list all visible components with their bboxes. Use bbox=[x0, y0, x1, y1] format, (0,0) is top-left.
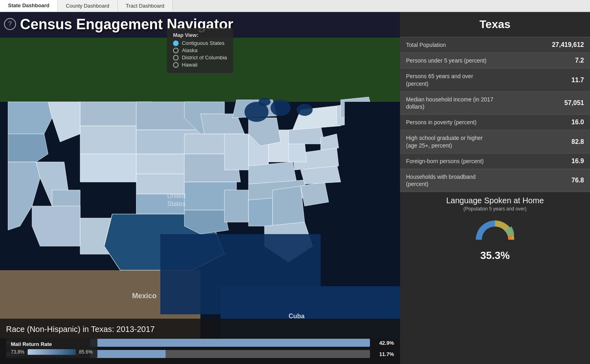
svg-marker-38 bbox=[301, 182, 329, 206]
donut-center-pct: 35.3% bbox=[480, 249, 510, 262]
svg-marker-12 bbox=[32, 206, 80, 246]
stat-value-broadband: 76.8 bbox=[572, 177, 584, 184]
stat-value-population: 27,419,612 bbox=[552, 41, 584, 49]
legend-bar-row: 73.8% 85.6% bbox=[11, 349, 93, 355]
tab-state-dashboard[interactable]: State Dashboard bbox=[0, 0, 58, 12]
svg-rect-51 bbox=[345, 102, 400, 262]
stat-value-poverty: 16.0 bbox=[572, 119, 584, 126]
svg-marker-13 bbox=[80, 154, 136, 182]
race-bar-black bbox=[90, 350, 166, 358]
race-bar-white-container bbox=[90, 339, 370, 347]
stat-label-under5: Persons under 5 years (percent) bbox=[406, 57, 487, 64]
tab-bar: State Dashboard County Dashboard Tract D… bbox=[0, 0, 590, 12]
race-bar-black-container bbox=[90, 350, 370, 358]
stat-value-under5: 7.2 bbox=[575, 57, 584, 64]
language-section: Language Spoken at Home (Population 5 ye… bbox=[400, 192, 590, 364]
map-legend: Mail Return Rate 73.8% 85.6% bbox=[6, 338, 97, 358]
map-view-label: Map View: bbox=[173, 32, 227, 38]
stat-row-broadband: Households with broadband (percent) 76.8 bbox=[400, 169, 590, 192]
stat-label-poverty: Persons in poverty (percent) bbox=[406, 119, 477, 126]
stat-value-highschool: 82.8 bbox=[572, 138, 584, 146]
stat-value-over65: 11.7 bbox=[572, 77, 584, 84]
right-panel: Texas Total Population 27,419,612 Person… bbox=[400, 12, 590, 364]
svg-text:States: States bbox=[167, 200, 185, 207]
legend-gradient-bar bbox=[28, 349, 76, 355]
svg-marker-35 bbox=[249, 198, 273, 226]
svg-point-49 bbox=[297, 104, 313, 116]
tab-county-dashboard[interactable]: County Dashboard bbox=[58, 0, 117, 12]
radio-dc[interactable]: District of Columbia bbox=[173, 55, 227, 61]
state-title: Texas bbox=[400, 12, 590, 37]
stat-row-over65: Persons 65 years and over (percent) 11.7 bbox=[400, 69, 590, 91]
stat-row-under5: Persons under 5 years (percent) 7.2 bbox=[400, 53, 590, 69]
radio-dot-hawaii bbox=[173, 62, 179, 68]
svg-point-48 bbox=[271, 100, 291, 116]
legend-max: 85.6% bbox=[79, 349, 93, 355]
stat-row-income: Median household income (in 2017 dollars… bbox=[400, 92, 590, 115]
radio-alaska[interactable]: Alaska bbox=[173, 47, 227, 53]
stat-label-foreignborn: Foreign-born persons (percent) bbox=[406, 158, 484, 165]
svg-marker-10 bbox=[80, 126, 136, 154]
race-title: Race (Non-Hispanic) in Texas: 2013-2017 bbox=[6, 325, 394, 334]
stat-value-foreignborn: 16.9 bbox=[572, 158, 584, 165]
svg-text:Mexico: Mexico bbox=[132, 292, 156, 300]
tab-tract-dashboard[interactable]: Tract Dashboard bbox=[118, 0, 173, 12]
language-title: Language Spoken at Home bbox=[446, 196, 544, 205]
stat-row-foreignborn: Foreign-born persons (percent) 16.9 bbox=[400, 154, 590, 169]
stat-value-income: 57,051 bbox=[564, 99, 584, 107]
map-view-controls: Map View: Contiguous States Alaska Distr… bbox=[167, 28, 233, 73]
stat-row-poverty: Persons in poverty (percent) 16.0 bbox=[400, 115, 590, 130]
svg-rect-52 bbox=[160, 234, 321, 314]
legend-min: 73.8% bbox=[11, 349, 24, 355]
svg-marker-41 bbox=[289, 142, 307, 162]
language-subtitle: (Population 5 years and over) bbox=[463, 206, 526, 212]
main-content: United States Mexico Cuba ? Census Engag… bbox=[0, 12, 590, 364]
stat-label-population: Total Population bbox=[406, 41, 446, 49]
stat-label-broadband: Households with broadband (percent) bbox=[406, 173, 494, 188]
stat-row-population: Total Population 27,419,612 bbox=[400, 37, 590, 53]
left-panel: United States Mexico Cuba ? Census Engag… bbox=[0, 12, 400, 364]
race-pct-white: 42.9% bbox=[374, 340, 394, 346]
stat-label-income: Median household income (in 2017 dollars… bbox=[406, 96, 494, 110]
svg-marker-5 bbox=[8, 134, 48, 162]
svg-marker-26 bbox=[224, 190, 249, 222]
radio-dot-contiguous bbox=[173, 40, 179, 46]
race-pct-black: 11.7% bbox=[374, 351, 394, 357]
radio-hawaii[interactable]: Hawaii bbox=[173, 62, 227, 68]
stat-row-highschool: High school graduate or higher (age 25+,… bbox=[400, 130, 590, 153]
svg-marker-36 bbox=[273, 186, 305, 226]
svg-marker-33 bbox=[249, 162, 297, 184]
stats-list: Total Population 27,419,612 Persons unde… bbox=[400, 37, 590, 192]
svg-marker-28 bbox=[224, 134, 249, 170]
legend-title: Mail Return Rate bbox=[11, 341, 93, 347]
svg-point-50 bbox=[259, 98, 271, 106]
radio-contiguous[interactable]: Contiguous States bbox=[173, 40, 227, 46]
race-bar-white bbox=[90, 339, 370, 347]
donut-chart: 35.3% bbox=[455, 216, 535, 264]
svg-text:United: United bbox=[167, 192, 186, 199]
help-button[interactable]: ? bbox=[4, 18, 16, 30]
radio-dot-dc bbox=[173, 55, 179, 61]
stat-label-over65: Persons 65 years and over (percent) bbox=[406, 73, 494, 87]
radio-dot-alaska bbox=[173, 48, 179, 53]
stat-label-highschool: High school graduate or higher (age 25+,… bbox=[406, 134, 494, 149]
